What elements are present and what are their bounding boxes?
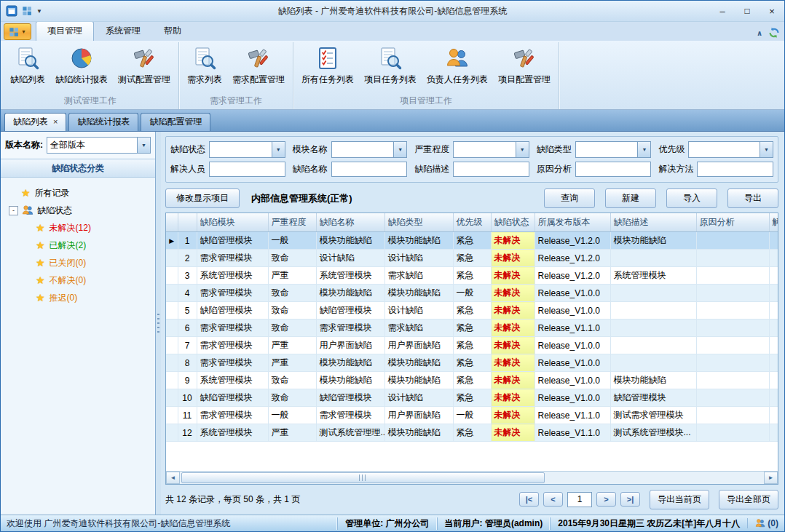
solution-input[interactable] (697, 162, 773, 177)
priority-select[interactable]: ▼ (688, 141, 773, 158)
column-header[interactable]: 缺陷模块 (197, 213, 268, 232)
grid-icon[interactable] (22, 6, 32, 16)
column-header[interactable]: 缺陷类型 (384, 213, 453, 232)
ribbon-button-test-config[interactable]: 测试配置管理 (113, 44, 175, 94)
tools-icon (247, 47, 270, 70)
quick-access-toolbar: ▼ (1, 5, 42, 17)
severity-select[interactable]: ▼ (453, 141, 529, 158)
prev-page-button[interactable]: < (543, 492, 563, 507)
chevron-down-icon[interactable]: ▼ (137, 138, 150, 153)
version-select[interactable]: 全部版本 ▼ (47, 137, 151, 154)
query-button[interactable]: 查询 (544, 188, 595, 208)
ribbon-group-title: 需求管理工作 (182, 94, 290, 109)
export-all-pages-button[interactable]: 导出全部页 (719, 490, 778, 509)
app-menu-button[interactable]: ▼ (4, 23, 31, 40)
tree-item-status[interactable]: ★未解决(12) (4, 219, 152, 237)
table-row[interactable]: 7需求管理模块严重用户界面缺陷用户界面缺陷紧急未解决Release_V1.0.0 (166, 337, 778, 354)
table-row[interactable]: 4需求管理模块致命模块功能缺陷模块功能缺陷一般未解决Release_V1.0.0 (166, 285, 778, 302)
ribbon-button-defect-report[interactable]: 缺陷统计报表 (50, 44, 113, 94)
scroll-left-icon[interactable]: ◄ (166, 472, 180, 484)
table-row[interactable]: 3系统管理模块严重系统管理模块需求缺陷紧急未解决Release_V1.2.0系统… (166, 267, 778, 285)
chevron-down-icon[interactable]: ▼ (637, 142, 650, 157)
doc-tab-defect-config[interactable]: 缺陷配置管理 (141, 113, 210, 131)
tree-item-status[interactable]: ★已关闭(0) (4, 254, 152, 271)
defect-desc-input[interactable] (453, 162, 529, 177)
tree-item-defect-status[interactable]: - 缺陷状态 (4, 202, 152, 219)
chevron-down-icon[interactable]: ▼ (272, 142, 285, 157)
column-header[interactable]: 原因分析 (696, 213, 769, 232)
maximize-button[interactable]: □ (735, 1, 760, 21)
tab-help[interactable]: 帮助 (152, 21, 193, 41)
last-page-button[interactable]: >| (620, 492, 640, 507)
doc-tab-defect-list[interactable]: 缺陷列表 × (4, 113, 66, 131)
export-button[interactable]: 导出 (727, 188, 778, 208)
ribbon-button-all-tasks[interactable]: 所有任务列表 (296, 44, 359, 94)
sidebar: 版本名称: 全部版本 ▼ 缺陷状态分类 ★ 所有记录 - 缺陷状态 ★未解决(1… (1, 132, 156, 515)
page-number-input[interactable] (567, 492, 592, 507)
sidebar-splitter[interactable] (156, 132, 161, 515)
resolver-input[interactable] (209, 162, 285, 177)
close-button[interactable]: × (760, 1, 784, 21)
tree-item-status[interactable]: ★推迟(0) (4, 289, 152, 306)
column-header[interactable]: 缺陷描述 (610, 213, 696, 232)
chevron-down-icon[interactable]: ▼ (393, 142, 406, 157)
new-button[interactable]: 新建 (605, 188, 656, 208)
chevron-down-icon[interactable]: ▼ (516, 142, 529, 157)
modify-display-button[interactable]: 修改显示项目 (165, 188, 240, 208)
chevron-down-icon[interactable]: ▼ (36, 8, 42, 15)
table-row[interactable]: 5缺陷管理模块致命缺陷管理模块设计缺陷紧急未解决Release_V1.0.0 (166, 302, 778, 319)
defect-name-input[interactable] (331, 162, 408, 177)
column-header[interactable]: 所属发布版本 (534, 213, 610, 232)
ribbon-button-requirement-list[interactable]: 需求列表 (182, 44, 227, 94)
minimize-button[interactable]: – (710, 1, 735, 21)
collapse-node-icon[interactable]: - (9, 206, 18, 215)
column-header[interactable]: 优先级 (453, 213, 491, 232)
tab-system-management[interactable]: 系统管理 (94, 21, 152, 41)
column-header[interactable]: 缺陷状态 (491, 213, 534, 232)
cause-analysis-input[interactable] (575, 162, 652, 177)
refresh-icon[interactable] (768, 27, 780, 39)
tree-item-status[interactable]: ★已解决(2) (4, 237, 152, 254)
table-row[interactable]: ▶1缺陷管理模块一般模块功能缺陷模块功能缺陷紧急未解决Release_V1.2.… (166, 232, 778, 250)
table-row[interactable]: 6需求管理模块致命需求管理模块需求缺陷紧急未解决Release_V1.1.0 (166, 319, 778, 337)
horizontal-scrollbar[interactable]: ◄ ► (166, 471, 778, 484)
table-row[interactable]: 2需求管理模块致命设计缺陷设计缺陷紧急未解决Release_V1.2.0 (166, 250, 778, 267)
ribbon-button-project-config[interactable]: 项目配置管理 (493, 44, 556, 94)
defect-status-select[interactable]: ▼ (209, 141, 285, 158)
import-button[interactable]: 导入 (666, 188, 717, 208)
star-icon: ★ (36, 240, 45, 250)
row-number-header (178, 213, 197, 232)
table-row[interactable]: 11需求管理模块一般需求管理模块用户界面缺陷一般未解决Release_V1.1.… (166, 407, 778, 424)
defect-type-select[interactable]: ▼ (575, 141, 652, 158)
ribbon-button-project-tasks[interactable]: 项目任务列表 (359, 44, 422, 94)
ribbon-group-title: 测试管理工作 (5, 94, 175, 109)
ribbon-button-defect-list[interactable]: 缺陷列表 (5, 44, 50, 94)
scrollbar-thumb[interactable] (181, 472, 545, 483)
ribbon-button-requirement-config[interactable]: 需求配置管理 (227, 44, 290, 94)
table-row[interactable]: 9系统管理模块致命模块功能缺陷模块功能缺陷紧急未解决Release_V1.0.0… (166, 372, 778, 389)
tab-project-management[interactable]: 项目管理 (36, 21, 94, 41)
scroll-right-icon[interactable]: ► (764, 472, 778, 484)
table-row[interactable]: 12系统管理模块严重测试系统管理理...模块功能缺陷紧急未解决Release_V… (166, 424, 778, 442)
column-header[interactable]: 解决 (769, 213, 778, 232)
collapse-ribbon-icon[interactable]: ∧ (757, 29, 762, 37)
filter-label: 缺陷描述 (414, 163, 449, 175)
table-row[interactable]: 10缺陷管理模块致命缺陷管理模块设计缺陷紧急未解决Release_V1.0.0缺… (166, 389, 778, 407)
star-icon: ★ (21, 188, 31, 198)
filter-label: 原因分析 (537, 163, 572, 175)
module-name-select[interactable]: ▼ (331, 141, 408, 158)
export-current-page-button[interactable]: 导出当前页 (650, 490, 709, 509)
doc-tab-defect-report[interactable]: 缺陷统计报表 (68, 113, 138, 131)
tree-item-status[interactable]: ★不解决(0) (4, 271, 152, 289)
column-header[interactable]: 严重程度 (268, 213, 316, 232)
tree-item-all-records[interactable]: ★ 所有记录 (4, 184, 152, 202)
next-page-button[interactable]: > (596, 492, 616, 507)
ribbon-button-owner-tasks[interactable]: 负责人任务列表 (422, 44, 493, 94)
first-page-button[interactable]: |< (519, 492, 539, 507)
table-row[interactable]: 8需求管理模块严重模块功能缺陷模块功能缺陷紧急未解决Release_V1.0.0 (166, 354, 778, 372)
people-icon (446, 47, 469, 70)
chevron-down-icon: ▼ (21, 29, 26, 34)
chevron-down-icon[interactable]: ▼ (760, 142, 773, 157)
column-header[interactable]: 缺陷名称 (316, 213, 384, 232)
close-tab-icon[interactable]: × (53, 118, 58, 126)
